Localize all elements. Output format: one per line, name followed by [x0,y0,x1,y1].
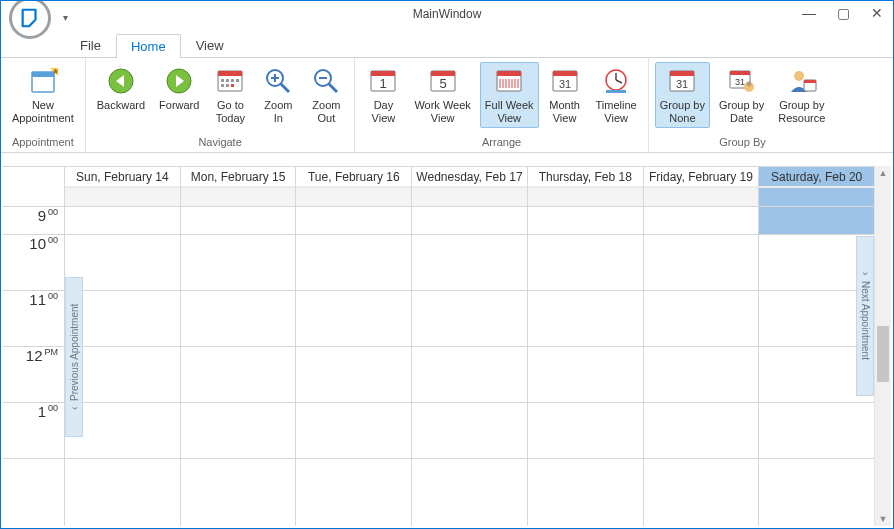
all-day-row[interactable] [528,187,643,206]
time-cell[interactable] [759,403,874,459]
time-cell[interactable] [528,403,643,459]
time-cell[interactable] [296,347,411,403]
calendar-groupnone-icon: 31 [666,65,698,97]
group-by-date-button[interactable]: 31 Group by Date [714,62,769,128]
svg-point-52 [794,71,804,81]
day-header[interactable]: Wednesday, Feb 17 [412,167,528,207]
time-cell[interactable] [181,235,296,291]
day-header[interactable]: Mon, February 15 [181,167,297,207]
time-cell[interactable] [412,207,527,235]
all-day-row[interactable] [296,187,411,206]
zoom-in-button[interactable]: Zoom In [256,62,300,128]
time-cell[interactable] [296,403,411,459]
day-header[interactable]: Friday, February 19 [644,167,760,207]
tab-home[interactable]: Home [116,34,181,58]
time-label: 100 [3,403,64,459]
time-cell[interactable] [412,291,527,347]
day-column[interactable] [644,207,760,526]
time-cell[interactable] [412,403,527,459]
day-header[interactable]: Thursday, Feb 18 [528,167,644,207]
time-cell[interactable] [644,347,759,403]
tab-file[interactable]: File [65,33,116,57]
svg-text:★: ★ [51,67,58,76]
all-day-row[interactable] [759,187,874,206]
tab-view[interactable]: View [181,33,239,57]
day-header[interactable]: Tue, February 16 [296,167,412,207]
scroll-up-icon[interactable]: ▲ [875,168,891,178]
ribbon-group-groupby: 31 Group by None 31 Group by Date Group … [649,58,837,152]
time-cell[interactable] [65,207,180,235]
work-week-view-button[interactable]: 5 Work Week View [409,62,475,128]
goto-today-button[interactable]: Go to Today [208,62,252,128]
month-view-button[interactable]: 31 Month View [543,62,587,128]
time-label: 900 [3,207,64,235]
calendar-groupdate-icon: 31 [726,65,758,97]
arrow-right-icon [163,65,195,97]
svg-rect-54 [804,80,816,83]
forward-button[interactable]: Forward [154,62,204,128]
new-appointment-button[interactable]: ★ New Appointment [7,62,79,128]
day-view-button[interactable]: 1 Day View [361,62,405,128]
time-cell[interactable] [181,207,296,235]
time-cell[interactable] [412,347,527,403]
zoom-out-button[interactable]: Zoom Out [304,62,348,128]
all-day-row[interactable] [412,187,527,206]
day-column[interactable] [296,207,412,526]
time-cell[interactable] [644,207,759,235]
maximize-button[interactable]: ▢ [833,5,853,21]
svg-rect-45 [670,71,694,76]
time-cell[interactable] [296,291,411,347]
time-cell[interactable] [644,403,759,459]
time-cell[interactable] [528,291,643,347]
forward-label: Forward [159,99,199,125]
window-title: MainWindow [1,7,893,21]
calendar-day-icon: 1 [367,65,399,97]
time-cell[interactable] [528,207,643,235]
group-by-none-button[interactable]: 31 Group by None [655,62,710,128]
ribbon-tabs: File Home View [65,29,893,57]
all-day-row[interactable] [181,187,296,206]
group-by-resource-button[interactable]: Group by Resource [773,62,830,128]
day-header-label: Sun, February 14 [65,167,180,187]
day-column[interactable] [528,207,644,526]
time-cell[interactable] [296,235,411,291]
time-cell[interactable] [644,235,759,291]
close-button[interactable]: ✕ [867,5,887,21]
qat-dropdown-icon[interactable]: ▾ [63,12,68,23]
day-column[interactable] [412,207,528,526]
svg-rect-48 [730,71,750,75]
time-cell[interactable] [644,291,759,347]
chevron-right-icon: › [860,272,871,275]
svg-rect-14 [231,84,234,87]
all-day-row[interactable] [644,187,759,206]
scroll-down-icon[interactable]: ▼ [875,514,891,524]
timeline-view-button[interactable]: Timeline View [591,62,642,128]
time-cell[interactable] [759,207,874,235]
svg-rect-10 [231,79,234,82]
day-header[interactable]: Sun, February 14 [65,167,181,207]
day-header-label: Tue, February 16 [296,167,411,187]
vertical-scrollbar[interactable]: ▲ ▼ › Next Appointment [874,166,891,526]
time-cell[interactable] [181,347,296,403]
time-cell[interactable] [181,403,296,459]
time-cell[interactable] [528,235,643,291]
scrollbar-thumb[interactable] [877,326,889,382]
time-cell[interactable] [528,347,643,403]
backward-button[interactable]: Backward [92,62,150,128]
day-header[interactable]: Saturday, Feb 20 [759,167,874,207]
next-appointment-tab[interactable]: › Next Appointment [856,236,874,396]
calendar-workweek-icon: 5 [427,65,459,97]
svg-rect-11 [236,79,239,82]
previous-appointment-tab[interactable]: ‹ Previous Appointment [65,277,83,437]
time-cell[interactable] [181,291,296,347]
time-cell[interactable] [296,207,411,235]
svg-rect-7 [218,71,242,76]
time-cell[interactable] [412,235,527,291]
minimize-button[interactable]: — [799,5,819,21]
full-week-view-button[interactable]: Full Week View [480,62,539,128]
calendar-body[interactable]: 9001000110012PM100 ‹ Previous Appointmen… [3,207,874,526]
all-day-row[interactable] [65,187,180,206]
time-gutter: 9001000110012PM100 [3,207,65,526]
day-column[interactable] [181,207,297,526]
next-appointment-label: Next Appointment [860,281,871,360]
